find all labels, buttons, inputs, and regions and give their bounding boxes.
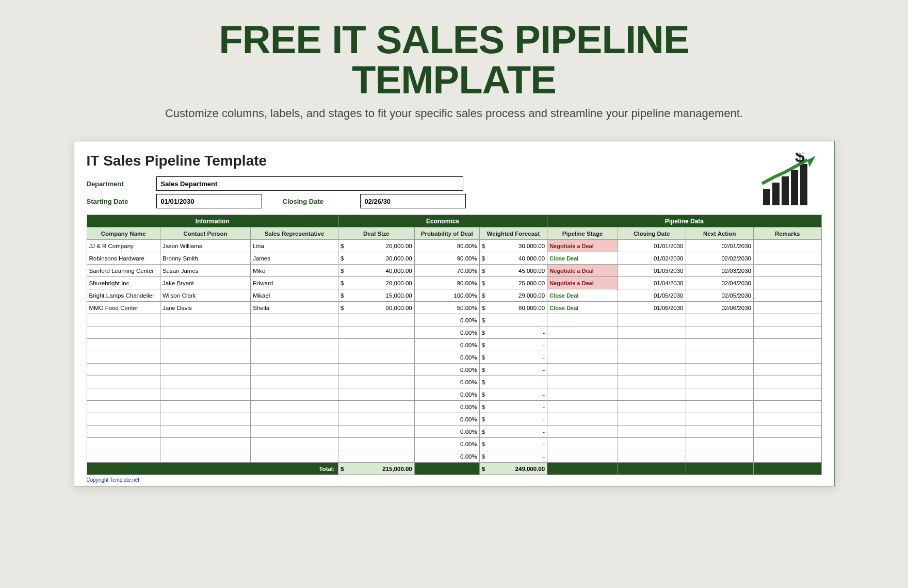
cell-prob[interactable]: 50.00% bbox=[414, 302, 479, 314]
cell-deal[interactable] bbox=[338, 314, 414, 326]
cell-deal[interactable] bbox=[338, 438, 414, 450]
cell-rep[interactable]: Mikael bbox=[251, 289, 338, 302]
cell-deal[interactable] bbox=[338, 450, 414, 463]
cell-contact[interactable] bbox=[160, 388, 250, 401]
cell-remarks[interactable] bbox=[753, 364, 821, 376]
cell-rep[interactable] bbox=[251, 401, 338, 413]
cell-cdate[interactable]: 01/04/2030 bbox=[618, 277, 686, 289]
cell-cdate[interactable] bbox=[618, 351, 686, 364]
cell-next[interactable] bbox=[686, 339, 753, 351]
cell-stage[interactable] bbox=[547, 376, 618, 388]
table-row[interactable]: Shurebright IncJake BryantEdward$20,000.… bbox=[87, 277, 821, 289]
cell-prob[interactable]: 90.00% bbox=[414, 252, 479, 265]
table-row[interactable]: 0.00%$- bbox=[87, 339, 821, 351]
cell-rep[interactable] bbox=[251, 450, 338, 463]
cell-remarks[interactable] bbox=[753, 339, 821, 351]
cell-forecast[interactable]: $30,000.00 bbox=[479, 240, 547, 252]
cell-contact[interactable] bbox=[160, 339, 250, 351]
cell-stage[interactable]: Negotiate a Deal bbox=[547, 265, 618, 277]
cell-company[interactable]: Sanford Learning Center bbox=[87, 265, 160, 277]
cell-remarks[interactable] bbox=[753, 314, 821, 326]
cell-cdate[interactable] bbox=[618, 326, 686, 339]
cell-deal[interactable] bbox=[338, 413, 414, 426]
cell-rep[interactable]: Sheila bbox=[251, 302, 338, 314]
cell-stage[interactable] bbox=[547, 351, 618, 364]
cell-contact[interactable]: Susan James bbox=[160, 265, 250, 277]
cell-next[interactable]: 02/02/2030 bbox=[686, 252, 753, 265]
cell-remarks[interactable] bbox=[753, 426, 821, 438]
department-input[interactable]: Sales Department bbox=[156, 176, 463, 191]
cell-next[interactable]: 02/05/2030 bbox=[686, 289, 753, 302]
cell-contact[interactable] bbox=[160, 401, 250, 413]
cell-stage[interactable] bbox=[547, 438, 618, 450]
cell-forecast[interactable]: $40,000.00 bbox=[479, 252, 547, 265]
cell-forecast[interactable]: $80,000.00 bbox=[479, 302, 547, 314]
cell-company[interactable] bbox=[87, 314, 160, 326]
cell-deal[interactable] bbox=[338, 376, 414, 388]
cell-prob[interactable]: 0.00% bbox=[414, 364, 479, 376]
cell-prob[interactable]: 90.00% bbox=[414, 277, 479, 289]
cell-cdate[interactable]: 01/03/2030 bbox=[618, 265, 686, 277]
cell-remarks[interactable] bbox=[753, 438, 821, 450]
cell-next[interactable]: 02/04/2030 bbox=[686, 277, 753, 289]
cell-next[interactable] bbox=[686, 364, 753, 376]
table-row[interactable]: Sanford Learning CenterSusan JamesMiko$4… bbox=[87, 265, 821, 277]
cell-rep[interactable]: Lina bbox=[251, 240, 338, 252]
cell-next[interactable] bbox=[686, 326, 753, 339]
cell-contact[interactable]: Bronny Smith bbox=[160, 252, 250, 265]
cell-cdate[interactable] bbox=[618, 376, 686, 388]
cell-forecast[interactable]: $- bbox=[479, 339, 547, 351]
cell-deal[interactable]: $90,000.00 bbox=[338, 302, 414, 314]
cell-company[interactable]: Shurebright Inc bbox=[87, 277, 160, 289]
table-row[interactable]: 0.00%$- bbox=[87, 351, 821, 364]
cell-forecast[interactable]: $45,000.00 bbox=[479, 265, 547, 277]
cell-stage[interactable] bbox=[547, 426, 618, 438]
cell-deal[interactable] bbox=[338, 426, 414, 438]
cell-next[interactable] bbox=[686, 401, 753, 413]
cell-contact[interactable] bbox=[160, 426, 250, 438]
cell-prob[interactable]: 0.00% bbox=[414, 450, 479, 463]
cell-cdate[interactable] bbox=[618, 364, 686, 376]
cell-next[interactable] bbox=[686, 351, 753, 364]
cell-forecast[interactable]: $- bbox=[479, 450, 547, 463]
cell-rep[interactable] bbox=[251, 351, 338, 364]
cell-remarks[interactable] bbox=[753, 401, 821, 413]
cell-rep[interactable] bbox=[251, 438, 338, 450]
cell-prob[interactable]: 0.00% bbox=[414, 413, 479, 426]
cell-rep[interactable]: Miko bbox=[251, 265, 338, 277]
cell-stage[interactable] bbox=[547, 450, 618, 463]
cell-contact[interactable]: Jane Davis bbox=[160, 302, 250, 314]
cell-next[interactable]: 02/03/2030 bbox=[686, 265, 753, 277]
cell-cdate[interactable] bbox=[618, 438, 686, 450]
cell-contact[interactable]: Jake Bryant bbox=[160, 277, 250, 289]
cell-contact[interactable] bbox=[160, 438, 250, 450]
cell-prob[interactable]: 80.00% bbox=[414, 240, 479, 252]
cell-stage[interactable] bbox=[547, 364, 618, 376]
cell-rep[interactable] bbox=[251, 326, 338, 339]
cell-stage[interactable] bbox=[547, 339, 618, 351]
cell-cdate[interactable] bbox=[618, 401, 686, 413]
cell-next[interactable] bbox=[686, 426, 753, 438]
table-row[interactable]: 0.00%$- bbox=[87, 413, 821, 426]
cell-contact[interactable] bbox=[160, 351, 250, 364]
cell-remarks[interactable] bbox=[753, 277, 821, 289]
cell-rep[interactable] bbox=[251, 388, 338, 401]
cell-cdate[interactable]: 01/05/2030 bbox=[618, 289, 686, 302]
cell-deal[interactable]: $15,000.00 bbox=[338, 289, 414, 302]
cell-contact[interactable]: Wilson Clark bbox=[160, 289, 250, 302]
cell-next[interactable]: 02/06/2030 bbox=[686, 302, 753, 314]
cell-next[interactable]: 02/01/2030 bbox=[686, 240, 753, 252]
cell-cdate[interactable] bbox=[618, 450, 686, 463]
cell-stage[interactable]: Negotiate a Deal bbox=[547, 240, 618, 252]
cell-cdate[interactable] bbox=[618, 339, 686, 351]
cell-remarks[interactable] bbox=[753, 413, 821, 426]
cell-remarks[interactable] bbox=[753, 302, 821, 314]
cell-rep[interactable] bbox=[251, 339, 338, 351]
cell-forecast[interactable]: $- bbox=[479, 401, 547, 413]
cell-cdate[interactable]: 01/06/2030 bbox=[618, 302, 686, 314]
cell-company[interactable] bbox=[87, 364, 160, 376]
table-row[interactable]: 0.00%$- bbox=[87, 426, 821, 438]
cell-company[interactable] bbox=[87, 401, 160, 413]
cell-prob[interactable]: 0.00% bbox=[414, 388, 479, 401]
cell-deal[interactable] bbox=[338, 351, 414, 364]
